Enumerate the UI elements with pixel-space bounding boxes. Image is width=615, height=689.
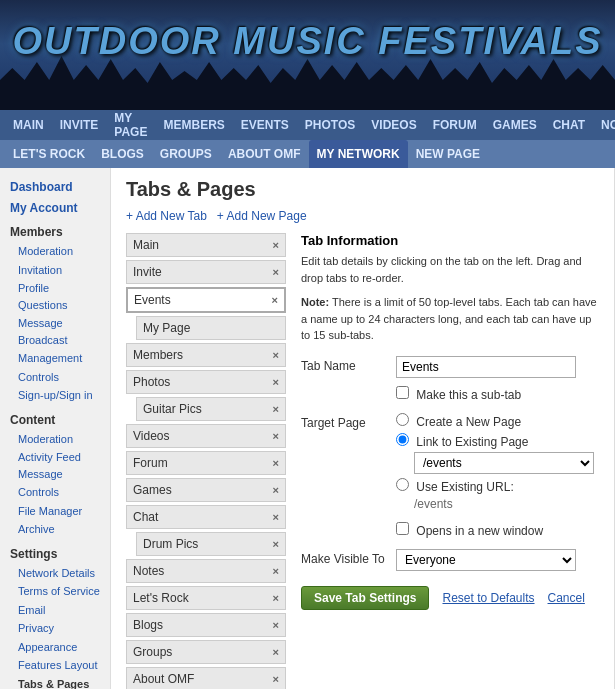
- use-url-label[interactable]: Use Existing URL:: [396, 478, 599, 494]
- close-icon[interactable]: ×: [273, 511, 279, 523]
- make-subtab-label[interactable]: Make this a sub-tab: [396, 386, 599, 402]
- nav-mypage[interactable]: MY PAGE: [106, 110, 155, 140]
- save-tab-settings-button[interactable]: Save Tab Settings: [301, 586, 429, 610]
- close-icon[interactable]: ×: [273, 349, 279, 361]
- link-existing-radio[interactable]: [396, 433, 409, 446]
- nav-photos[interactable]: PHOTOS: [297, 110, 363, 140]
- nav-notifications[interactable]: NOTI...: [593, 110, 615, 140]
- nav2-mynetwork[interactable]: MY NETWORK: [309, 140, 408, 168]
- tab-item-games[interactable]: Games ×: [126, 478, 286, 502]
- nav-members[interactable]: MEMBERS: [155, 110, 232, 140]
- sidebar-my-account[interactable]: My Account: [10, 199, 100, 217]
- tabs-and-info-panel: Main × Invite × Events × My Page Members…: [126, 233, 599, 689]
- tab-info-note: Note: There is a limit of 50 top-level t…: [301, 294, 599, 344]
- tab-item-chat[interactable]: Chat ×: [126, 505, 286, 529]
- tab-item-drum-pics[interactable]: Drum Pics ×: [136, 532, 286, 556]
- nav-games[interactable]: GAMES: [485, 110, 545, 140]
- close-icon[interactable]: ×: [273, 457, 279, 469]
- tab-item-groups[interactable]: Groups ×: [126, 640, 286, 664]
- tab-item-members[interactable]: Members ×: [126, 343, 286, 367]
- use-url-radio[interactable]: [396, 478, 409, 491]
- target-page-field: Create a New Page Link to Existing Page …: [396, 413, 599, 514]
- sidebar-tabs-pages[interactable]: Tabs & Pages: [10, 675, 100, 690]
- link-existing-select[interactable]: /events: [414, 452, 594, 474]
- target-page-row: Target Page Create a New Page Link to Ex…: [301, 413, 599, 514]
- close-icon[interactable]: ×: [273, 239, 279, 251]
- tab-item-videos[interactable]: Videos ×: [126, 424, 286, 448]
- sidebar-appearance[interactable]: Appearance: [10, 638, 100, 657]
- sidebar-network-details[interactable]: Network Details: [10, 564, 100, 583]
- link-existing-label[interactable]: Link to Existing Page: [396, 433, 599, 449]
- new-window-checkbox[interactable]: [396, 522, 409, 535]
- sidebar-moderation2[interactable]: Moderation: [10, 430, 100, 449]
- reset-defaults-button[interactable]: Reset to Defaults: [434, 591, 542, 605]
- nav-videos[interactable]: VIDEOS: [363, 110, 424, 140]
- sidebar-activity-feed[interactable]: Activity Feed Message: [10, 448, 100, 483]
- sidebar-email[interactable]: Email: [10, 601, 100, 620]
- nav-invite[interactable]: INVITE: [52, 110, 107, 140]
- new-window-field: Opens in a new window: [396, 522, 599, 541]
- tab-item-invite[interactable]: Invite ×: [126, 260, 286, 284]
- sidebar-profile-questions[interactable]: Profile Questions: [10, 279, 100, 314]
- sidebar-invitation[interactable]: Invitation: [10, 261, 100, 280]
- close-icon[interactable]: ×: [273, 592, 279, 604]
- close-icon[interactable]: ×: [273, 484, 279, 496]
- tab-item-mypage[interactable]: My Page: [136, 316, 286, 340]
- cancel-button[interactable]: Cancel: [548, 591, 585, 605]
- tab-item-aboutomf[interactable]: About OMF ×: [126, 667, 286, 689]
- close-icon[interactable]: ×: [273, 619, 279, 631]
- visible-to-row: Make Visible To Everyone Members Admins: [301, 549, 599, 571]
- nav2-groups[interactable]: GROUPS: [152, 140, 220, 168]
- second-navigation: LET'S ROCK BLOGS GROUPS ABOUT OMF MY NET…: [0, 140, 615, 168]
- close-icon[interactable]: ×: [273, 538, 279, 550]
- close-icon[interactable]: ×: [273, 430, 279, 442]
- nav-forum[interactable]: FORUM: [425, 110, 485, 140]
- create-new-radio[interactable]: [396, 413, 409, 426]
- sidebar-signup[interactable]: Sign-up/Sign in: [10, 386, 100, 405]
- close-icon[interactable]: ×: [273, 646, 279, 658]
- sidebar-controls2[interactable]: Controls: [10, 483, 100, 502]
- new-window-spacer: [301, 522, 396, 525]
- close-icon[interactable]: ×: [273, 673, 279, 685]
- nav-chat[interactable]: CHAT: [545, 110, 593, 140]
- sidebar-controls1[interactable]: Controls: [10, 368, 100, 387]
- sidebar-message-broadcast[interactable]: Message Broadcast: [10, 314, 100, 349]
- nav-events[interactable]: EVENTS: [233, 110, 297, 140]
- add-new-tab-link[interactable]: + Add New Tab: [126, 209, 207, 223]
- create-new-label[interactable]: Create a New Page: [396, 413, 599, 429]
- sidebar-tos[interactable]: Terms of Service: [10, 582, 100, 601]
- sidebar-management[interactable]: Management: [10, 349, 100, 368]
- sidebar-file-manager[interactable]: File Manager: [10, 502, 100, 521]
- make-subtab-checkbox[interactable]: [396, 386, 409, 399]
- nav-main[interactable]: MAIN: [5, 110, 52, 140]
- sidebar-archive[interactable]: Archive: [10, 520, 100, 539]
- tab-item-events[interactable]: Events ×: [126, 287, 286, 313]
- sidebar-features-layout[interactable]: Features Layout: [10, 656, 100, 675]
- nav2-newpage[interactable]: NEW PAGE: [408, 140, 488, 168]
- tab-item-notes[interactable]: Notes ×: [126, 559, 286, 583]
- tab-item-forum[interactable]: Forum ×: [126, 451, 286, 475]
- new-window-label[interactable]: Opens in a new window: [396, 522, 599, 538]
- tab-item-photos[interactable]: Photos ×: [126, 370, 286, 394]
- close-icon[interactable]: ×: [273, 376, 279, 388]
- form-actions: Save Tab Settings Reset to Defaults Canc…: [301, 586, 599, 610]
- close-icon[interactable]: ×: [273, 403, 279, 415]
- sidebar-settings-heading: Settings: [10, 547, 100, 561]
- tab-item-letsrock[interactable]: Let's Rock ×: [126, 586, 286, 610]
- tab-item-blogs[interactable]: Blogs ×: [126, 613, 286, 637]
- nav2-blogs[interactable]: BLOGS: [93, 140, 152, 168]
- close-icon[interactable]: ×: [273, 266, 279, 278]
- tab-item-guitar-pics[interactable]: Guitar Pics ×: [136, 397, 286, 421]
- tab-label: My Page: [143, 321, 190, 335]
- sidebar-privacy[interactable]: Privacy: [10, 619, 100, 638]
- sidebar-dashboard[interactable]: Dashboard: [10, 178, 100, 196]
- nav2-aboutomf[interactable]: ABOUT OMF: [220, 140, 309, 168]
- close-icon[interactable]: ×: [272, 294, 278, 306]
- sidebar-moderation1[interactable]: Moderation: [10, 242, 100, 261]
- close-icon[interactable]: ×: [273, 565, 279, 577]
- tab-name-input[interactable]: [396, 356, 576, 378]
- add-new-page-link[interactable]: + Add New Page: [217, 209, 307, 223]
- tab-item-main[interactable]: Main ×: [126, 233, 286, 257]
- nav2-letsrock[interactable]: LET'S ROCK: [5, 140, 93, 168]
- visible-to-select[interactable]: Everyone Members Admins: [396, 549, 576, 571]
